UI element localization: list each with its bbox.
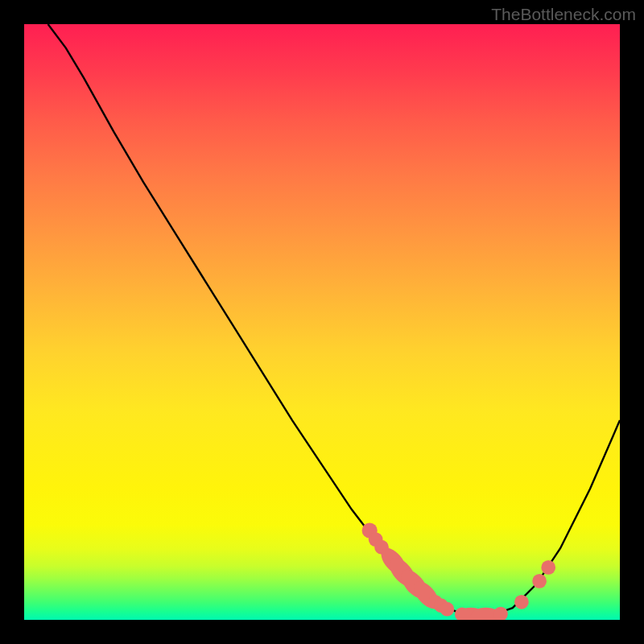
chart-marker	[541, 560, 555, 575]
chart-marker	[493, 607, 508, 621]
attribution-text: TheBottleneck.com	[491, 5, 636, 24]
chart-frame	[23, 23, 621, 621]
chart-curve	[48, 24, 620, 617]
chart-marker	[532, 574, 547, 588]
chart-svg	[24, 24, 620, 620]
chart-marker	[440, 602, 455, 617]
chart-marker	[514, 595, 529, 609]
chart-markers	[362, 522, 556, 621]
